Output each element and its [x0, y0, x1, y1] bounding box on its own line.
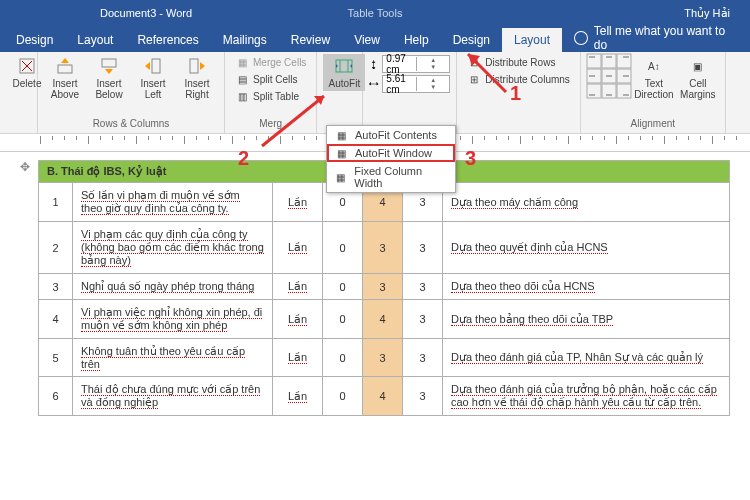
- align-bc-icon[interactable]: [602, 84, 616, 98]
- svg-rect-12: [602, 54, 616, 68]
- annotation-3: 3: [465, 147, 476, 170]
- autofit-button[interactable]: AutoFit: [323, 54, 365, 91]
- tab-view[interactable]: View: [342, 28, 392, 52]
- group-alignment: A↕Text Direction ▣Cell Margins Alignment: [581, 52, 726, 133]
- document-table[interactable]: B. Thái độ IBS, Kỷ luật 1Số lần vi phạm …: [38, 160, 730, 416]
- autofit-window-item[interactable]: ▦AutoFit Window: [327, 144, 455, 162]
- insert-right-icon: [187, 56, 207, 76]
- fixed-width-item[interactable]: ▦Fixed Column Width: [327, 162, 455, 192]
- tell-me-search[interactable]: Tell me what you want to do: [562, 24, 750, 52]
- insert-left-icon: [143, 56, 163, 76]
- dist-rows-icon: ⊟: [467, 55, 481, 69]
- table-row[interactable]: 4Vi phạm việc nghỉ không xin phép, đi mu…: [39, 300, 730, 339]
- dist-cols-icon: ⊞: [467, 72, 481, 86]
- width-icon: ⭤: [369, 79, 379, 90]
- table-row[interactable]: 5Không tuân thủ theo yêu cầu cấp trênLần…: [39, 339, 730, 377]
- context-tools: Table Tools: [348, 7, 403, 19]
- align-tc-icon[interactable]: [602, 54, 616, 68]
- tab-references[interactable]: References: [125, 28, 210, 52]
- group-label-rows-cols: Rows & Columns: [44, 118, 218, 131]
- svg-rect-26: [617, 84, 631, 98]
- group-autofit: AutoFit: [317, 52, 363, 133]
- insert-right-button[interactable]: Insert Right: [176, 54, 218, 102]
- insert-below-button[interactable]: Insert Below: [88, 54, 130, 102]
- svg-rect-24: [602, 84, 616, 98]
- table-row[interactable]: 6Thái độ chưa đúng mực với cấp trên và đ…: [39, 377, 730, 416]
- cell-margins-icon: ▣: [688, 56, 708, 76]
- svg-rect-3: [58, 65, 72, 73]
- split-table-button[interactable]: ▥Split Table: [231, 88, 310, 104]
- tab-design[interactable]: Design: [441, 28, 502, 52]
- tab-layout[interactable]: Layout: [502, 28, 562, 52]
- merge-cells-button: ▦Merge Cells: [231, 54, 310, 70]
- title-bar: Document3 - Word Table Tools Thủy Hải: [0, 0, 750, 26]
- spinner-icon[interactable]: ▲▼: [416, 77, 450, 91]
- svg-rect-7: [336, 60, 352, 72]
- tab-layout[interactable]: Layout: [65, 28, 125, 52]
- group-delete: Delete: [0, 52, 38, 133]
- insert-above-button[interactable]: Insert Above: [44, 54, 86, 102]
- autofit-dropdown: ▦AutoFit Contents ▦AutoFit Window ▦Fixed…: [326, 125, 456, 193]
- text-direction-button[interactable]: A↕Text Direction: [633, 54, 675, 102]
- group-cell-size: ⭥0.97 cm▲▼ ⭤5.61 cm▲▼: [363, 52, 457, 133]
- tab-help[interactable]: Help: [392, 28, 441, 52]
- doc-title: Document3 - Word: [100, 7, 192, 19]
- split-cells-button[interactable]: ▤Split Cells: [231, 71, 310, 87]
- annotation-1: 1: [510, 82, 521, 105]
- fixed-width-icon: ▦: [333, 171, 348, 183]
- autofit-contents-item[interactable]: ▦AutoFit Contents: [327, 126, 455, 144]
- align-mr-icon[interactable]: [617, 69, 631, 83]
- autofit-icon: [334, 56, 354, 76]
- align-bl-icon[interactable]: [587, 84, 601, 98]
- align-ml-icon[interactable]: [587, 69, 601, 83]
- align-tr-icon[interactable]: [617, 54, 631, 68]
- table-move-handle[interactable]: ✥: [20, 160, 30, 174]
- distribute-rows-button[interactable]: ⊟Distribute Rows: [463, 54, 573, 70]
- svg-rect-10: [587, 54, 601, 68]
- tab-design[interactable]: Design: [4, 28, 65, 52]
- svg-rect-6: [190, 59, 198, 73]
- merge-cells-icon: ▦: [235, 55, 249, 69]
- align-br-icon[interactable]: [617, 84, 631, 98]
- ribbon: Delete Insert Above Insert Below Insert …: [0, 52, 750, 134]
- annotation-2: 2: [238, 147, 249, 170]
- split-cells-icon: ▤: [235, 72, 249, 86]
- table-row[interactable]: 2Vi phạm các quy định của công ty (không…: [39, 222, 730, 274]
- svg-rect-14: [617, 54, 631, 68]
- split-table-icon: ▥: [235, 89, 249, 103]
- bulb-icon: [574, 31, 588, 45]
- group-label-merge: Merg: [231, 118, 310, 131]
- text-direction-icon: A↕: [644, 56, 664, 76]
- col-width-input[interactable]: 5.61 cm▲▼: [382, 75, 450, 93]
- row-height-input[interactable]: 0.97 cm▲▼: [382, 55, 450, 73]
- cell-margins-button[interactable]: ▣Cell Margins: [677, 54, 719, 102]
- svg-rect-22: [587, 84, 601, 98]
- group-label-alignment: Alignment: [587, 118, 719, 131]
- autofit-window-icon: ▦: [333, 147, 349, 159]
- ribbon-tabs: DesignLayoutReferencesMailingsReviewView…: [0, 26, 750, 52]
- svg-rect-5: [152, 59, 160, 73]
- alignment-grid[interactable]: [587, 54, 631, 98]
- group-rows-columns: Insert Above Insert Below Insert Left In…: [38, 52, 225, 133]
- group-merge: ▦Merge Cells ▤Split Cells ▥Split Table M…: [225, 52, 317, 133]
- height-icon: ⭥: [369, 59, 379, 70]
- tab-mailings[interactable]: Mailings: [211, 28, 279, 52]
- align-mc-icon[interactable]: [602, 69, 616, 83]
- spinner-icon[interactable]: ▲▼: [416, 57, 450, 71]
- table-row[interactable]: 3Nghỉ quá số ngày phép trong thángLần033…: [39, 274, 730, 300]
- svg-rect-4: [102, 59, 116, 67]
- autofit-contents-icon: ▦: [333, 129, 349, 141]
- user-name: Thủy Hải: [684, 7, 730, 20]
- insert-left-button[interactable]: Insert Left: [132, 54, 174, 102]
- align-tl-icon[interactable]: [587, 54, 601, 68]
- insert-below-icon: [99, 56, 119, 76]
- tab-review[interactable]: Review: [279, 28, 342, 52]
- insert-above-icon: [55, 56, 75, 76]
- delete-icon: [17, 56, 37, 76]
